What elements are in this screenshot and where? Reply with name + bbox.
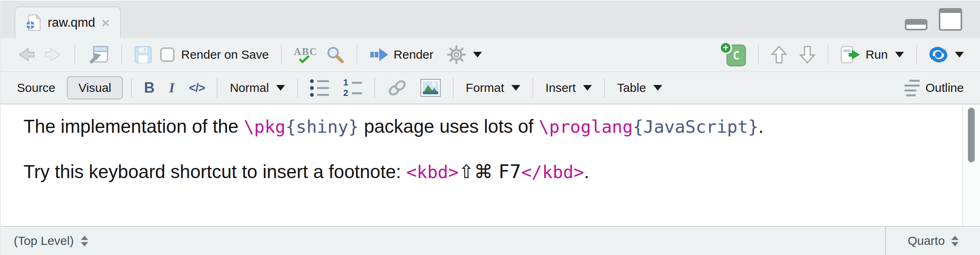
paragraph[interactable]: Try this keyboard shortcut to insert a f… (23, 160, 944, 184)
document-mode-selector[interactable]: Quarto (885, 227, 980, 255)
insert-chunk-button[interactable]: C + (718, 43, 750, 66)
format-menu-label: Format (466, 81, 504, 95)
run-label: Run (866, 48, 888, 62)
chevron-down-icon (955, 52, 964, 57)
insert-menu-label: Insert (545, 81, 576, 95)
tab-title: raw.qmd (48, 15, 95, 30)
editor-tab-bar: raw.qmd × (1, 0, 980, 38)
minimize-icon[interactable] (905, 19, 927, 30)
text-segment: . (758, 116, 764, 137)
insert-chunk-icon: C + (722, 43, 746, 66)
outline-icon (904, 80, 921, 96)
code-button[interactable]: </> (185, 81, 209, 95)
window-controls (905, 1, 962, 38)
outline-toggle-button[interactable]: Outline (900, 80, 968, 96)
insert-menu[interactable]: Insert (541, 81, 596, 95)
go-to-next-chunk-button[interactable] (795, 45, 819, 64)
go-to-previous-chunk-button[interactable] (767, 45, 791, 64)
text-segment: \pkg (244, 117, 286, 137)
numbered-list-button[interactable]: 1 2 (339, 78, 366, 98)
up-down-sort-icon (81, 236, 88, 246)
block-type-dropdown[interactable]: Normal (226, 81, 289, 95)
find-replace-button[interactable] (322, 45, 348, 64)
italic-icon: I (169, 80, 174, 96)
text-segment: {JavaScript} (633, 117, 758, 137)
spellcheck-button[interactable]: ABC (290, 47, 322, 63)
tab-close-icon[interactable]: × (101, 16, 110, 30)
format-toolbar: Source Visual B I </> Normal (1, 71, 980, 104)
toolbar-separator (357, 45, 357, 64)
outline-label: Outline (925, 81, 964, 95)
code-icon: </> (189, 81, 205, 95)
link-button[interactable] (383, 79, 412, 97)
tab-raw-qmd[interactable]: raw.qmd × (15, 6, 121, 38)
open-in-new-window-button[interactable] (83, 44, 113, 65)
toolbar-separator (297, 78, 298, 98)
scrollbar-thumb[interactable] (968, 108, 975, 162)
toolbar-separator (532, 78, 533, 98)
outline-context-selector[interactable]: (Top Level) (1, 227, 885, 255)
toolbar-separator (74, 45, 75, 64)
table-menu-label: Table (617, 81, 646, 95)
toolbar-separator (131, 78, 132, 98)
toolbar-separator (828, 45, 828, 64)
text-segment: ⇧⌘ F7 (458, 161, 521, 183)
chevron-down-icon (583, 85, 592, 91)
italic-button[interactable]: I (165, 80, 178, 96)
toolbar-separator (758, 45, 759, 64)
format-menu[interactable]: Format (462, 81, 524, 95)
maximize-icon[interactable] (939, 8, 962, 31)
run-button[interactable]: Run (836, 46, 908, 64)
text-segment: </kbd> (521, 162, 584, 182)
chunk-plus-badge: + (719, 41, 732, 54)
toolbar-separator (121, 45, 122, 64)
table-menu[interactable]: Table (613, 81, 666, 95)
up-down-sort-icon (951, 236, 959, 246)
rerun-button[interactable] (925, 46, 968, 63)
quarto-file-icon (26, 14, 41, 32)
link-icon (387, 79, 408, 97)
text-segment: \proglang (539, 117, 633, 137)
toolbar-separator (374, 78, 375, 98)
render-button[interactable]: Render (365, 47, 437, 63)
back-arrow-icon (17, 47, 36, 63)
visual-editor-canvas[interactable]: The implementation of the \pkg{shiny} pa… (1, 104, 980, 226)
render-icon (370, 47, 389, 63)
chevron-down-icon (276, 85, 285, 91)
text-segment: . (584, 161, 589, 182)
rerun-icon (929, 46, 948, 63)
source-mode-label: Source (17, 81, 55, 95)
bullet-list-button[interactable] (306, 79, 333, 97)
image-button[interactable] (416, 79, 445, 97)
source-mode-button[interactable]: Source (13, 81, 59, 95)
bold-button[interactable]: B (140, 79, 158, 96)
toolbar-separator (217, 78, 218, 98)
toolbar-separator (453, 78, 454, 98)
paragraph[interactable]: The implementation of the \pkg{shiny} pa… (23, 115, 944, 138)
visual-mode-label: Visual (78, 81, 111, 95)
context-label: (Top Level) (14, 234, 74, 248)
text-segment: package uses lots of (359, 116, 539, 137)
bold-icon: B (144, 79, 154, 96)
save-button[interactable] (130, 46, 156, 64)
search-icon (326, 45, 344, 64)
render-on-save-checkbox[interactable] (160, 47, 175, 62)
spellcheck-icon: ABC (294, 47, 318, 63)
text-segment: <kbd> (406, 162, 458, 182)
chevron-down-icon (653, 85, 662, 91)
bullet-list-icon (310, 79, 329, 97)
chevron-down-icon (511, 85, 520, 91)
block-type-label: Normal (230, 81, 269, 95)
text-segment: The implementation of the (23, 116, 244, 137)
forward-button[interactable] (40, 47, 66, 63)
visual-mode-button[interactable]: Visual (67, 76, 123, 100)
image-icon (420, 79, 441, 97)
back-button[interactable] (13, 47, 40, 63)
chevron-down-icon (473, 52, 482, 57)
render-on-save-toggle[interactable]: Render on Save (156, 47, 273, 62)
vertical-scrollbar[interactable] (962, 104, 980, 226)
render-options-button[interactable] (443, 45, 486, 64)
mode-label: Quarto (908, 234, 945, 248)
editor-status-bar: (Top Level) Quarto (1, 226, 980, 255)
text-segment: {shiny} (285, 117, 359, 137)
